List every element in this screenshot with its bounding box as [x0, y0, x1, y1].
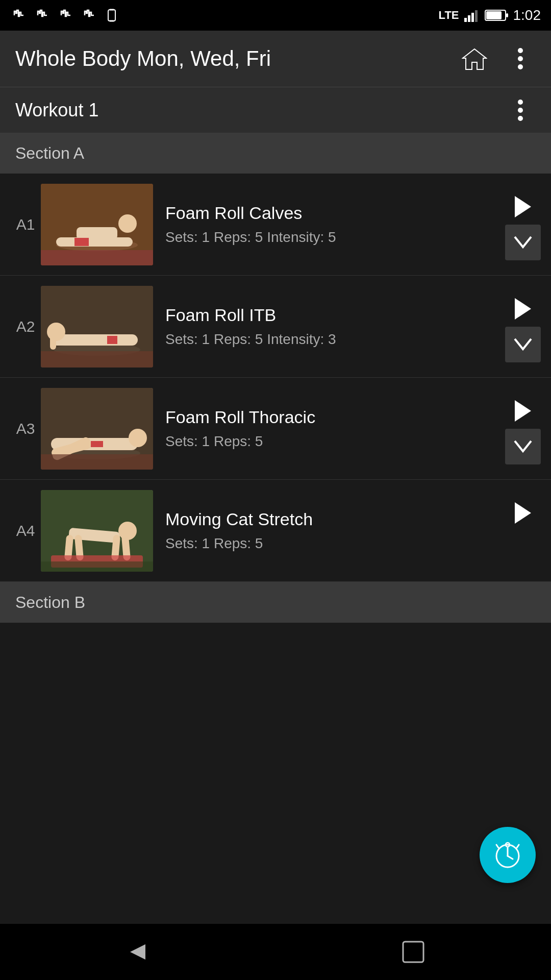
app-bar: Whole Body Mon, Wed, Fri [0, 31, 551, 87]
exercise-info-a1: Foam Roll Calves Sets: 1 Reps: 5 Intensi… [165, 203, 495, 246]
expand-button-a3[interactable] [505, 429, 541, 464]
svg-rect-62 [403, 942, 423, 962]
timer-fab-button[interactable] [480, 827, 536, 883]
svg-point-16 [518, 116, 523, 121]
svg-point-12 [518, 56, 523, 61]
svg-line-57 [508, 856, 513, 859]
home-button[interactable] [459, 43, 490, 74]
svg-marker-44 [515, 400, 531, 422]
back-nav-button[interactable] [107, 932, 168, 972]
play-icon-a2 [513, 297, 533, 321]
play-button-a1[interactable] [505, 189, 541, 225]
heartrate-icon-3 [57, 8, 74, 22]
back-arrow-icon [125, 939, 151, 965]
svg-point-11 [518, 48, 523, 53]
exercise-name-a2: Foam Roll ITB [165, 305, 495, 325]
svg-line-58 [496, 845, 498, 848]
expand-button-a2[interactable] [505, 327, 541, 362]
svg-rect-30 [50, 329, 56, 350]
heartrate-icon-2 [34, 8, 51, 22]
thumbnail-a3-image [41, 388, 153, 470]
svg-marker-10 [463, 49, 486, 69]
svg-rect-20 [56, 237, 133, 247]
heartrate-icon-1 [10, 8, 28, 22]
alarm-icon [493, 841, 522, 869]
exercise-actions-a1 [495, 184, 551, 265]
status-bar-right: LTE 1:02 [439, 7, 541, 23]
heartrate-icon-4 [81, 8, 98, 22]
exercise-name-a3: Foam Roll Thoracic [165, 407, 495, 427]
svg-rect-24 [41, 250, 153, 265]
play-icon-a4 [513, 501, 533, 525]
exercise-info-a4: Moving Cat Stretch Sets: 1 Reps: 5 [165, 509, 495, 552]
exercise-name-a1: Foam Roll Calves [165, 203, 495, 223]
battery-icon [485, 9, 508, 22]
exercise-number-a2: A2 [10, 318, 41, 335]
svg-rect-9 [506, 13, 508, 17]
exercise-actions-a4 [495, 490, 551, 572]
svg-rect-33 [41, 351, 153, 368]
exercise-info-a3: Foam Roll Thoracic Sets: 1 Reps: 5 [165, 407, 495, 450]
app-title: Whole Body Mon, Wed, Fri [15, 46, 271, 71]
lte-label: LTE [439, 9, 459, 22]
exercise-number-a3: A3 [10, 420, 41, 437]
exercise-thumbnail-a1 [41, 184, 153, 265]
svg-rect-6 [475, 10, 478, 22]
exercise-number-a1: A1 [10, 216, 41, 233]
svg-point-15 [518, 108, 523, 113]
exercise-details-a3: Sets: 1 Reps: 5 [165, 433, 495, 450]
play-icon-a3 [513, 399, 533, 423]
svg-rect-43 [41, 454, 153, 470]
bottom-nav [0, 924, 551, 980]
play-button-a4[interactable] [505, 495, 541, 531]
svg-rect-0 [108, 10, 115, 21]
home-nav-button[interactable] [383, 932, 444, 972]
svg-rect-32 [107, 336, 117, 344]
exercise-actions-a2 [495, 286, 551, 368]
exercise-details-a2: Sets: 1 Reps: 5 Intensity: 3 [165, 331, 495, 348]
chevron-down-icon-a1 [513, 235, 533, 250]
thumbnail-a4-image [41, 490, 153, 572]
svg-point-14 [518, 100, 523, 105]
svg-point-13 [518, 64, 523, 69]
more-options-button[interactable] [505, 43, 536, 74]
watch-icon [104, 8, 119, 23]
svg-rect-42 [91, 441, 103, 447]
status-bar: LTE 1:02 [0, 0, 551, 31]
svg-marker-25 [515, 196, 531, 217]
thumbnail-a1-image [41, 184, 153, 265]
thumbnail-a2-image [41, 286, 153, 368]
play-button-a3[interactable] [505, 393, 541, 429]
exercise-thumbnail-a4 [41, 490, 153, 572]
svg-marker-54 [515, 502, 531, 524]
exercise-details-a1: Sets: 1 Reps: 5 Intensity: 5 [165, 229, 495, 246]
expand-button-a1[interactable] [505, 225, 541, 260]
section-b-header: Section B [0, 582, 551, 623]
workout-title: Workout 1 [15, 100, 98, 121]
exercise-info-a2: Foam Roll ITB Sets: 1 Reps: 5 Intensity:… [165, 305, 495, 348]
exercise-thumbnail-a3 [41, 388, 153, 470]
exercise-item-a3: A3 Foam Roll Thoracic Sets: 1 Reps: 5 [0, 378, 551, 480]
section-a-header: Section A [0, 133, 551, 174]
status-bar-left [10, 8, 119, 23]
svg-rect-3 [464, 18, 467, 22]
svg-rect-4 [468, 15, 470, 22]
chevron-down-icon-a2 [513, 337, 533, 352]
svg-rect-5 [471, 13, 474, 22]
play-button-a2[interactable] [505, 291, 541, 327]
svg-marker-61 [130, 944, 145, 960]
workout-more-button[interactable] [505, 95, 536, 126]
time-display: 1:02 [513, 7, 541, 23]
svg-rect-53 [41, 561, 153, 572]
exercise-actions-a3 [495, 388, 551, 470]
workout-header: Workout 1 [0, 87, 551, 133]
app-bar-actions [459, 43, 536, 74]
svg-point-40 [129, 429, 147, 447]
section-a-label: Section A [15, 144, 84, 163]
svg-rect-23 [74, 238, 89, 246]
play-icon-a1 [513, 195, 533, 218]
svg-point-21 [118, 214, 137, 233]
chevron-down-icon-a3 [513, 439, 533, 454]
exercise-thumbnail-a2 [41, 286, 153, 368]
home-icon [462, 47, 487, 70]
